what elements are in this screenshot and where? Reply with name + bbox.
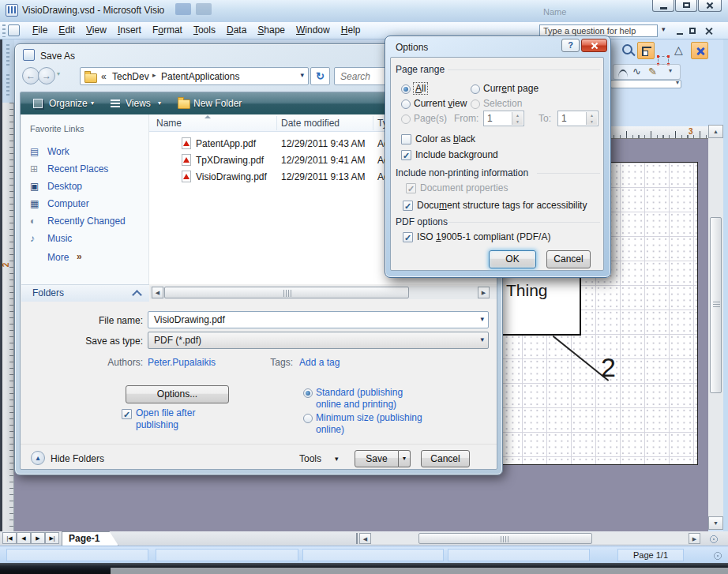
menu-help[interactable]: Help (336, 22, 366, 38)
page-tab[interactable]: Page-1 (62, 531, 118, 546)
iso-compliant-label[interactable]: ISO 19005-1 compliant (PDF/A) (417, 231, 550, 242)
menu-window[interactable]: Window (291, 22, 336, 38)
tools-dropdown-icon[interactable]: ▾ (335, 455, 339, 463)
open-file-after-checkbox[interactable]: ✓ (122, 409, 132, 419)
column-header-name[interactable]: Name (156, 118, 182, 129)
menu-shape[interactable]: Shape (252, 22, 291, 38)
doc-restore-button[interactable] (689, 27, 698, 36)
menu-file[interactable]: File (27, 22, 53, 38)
all-radio-label[interactable]: All (414, 83, 427, 94)
x-tool-button[interactable] (691, 42, 708, 59)
crop-tool-button[interactable] (637, 42, 655, 59)
doc-close-button[interactable] (704, 27, 714, 36)
options-help-button[interactable]: ? (561, 39, 580, 52)
open-file-after-label-line1[interactable]: Open file after (136, 407, 195, 418)
left-toolbar-grip-2[interactable] (6, 74, 9, 96)
page-indicator[interactable]: Page 1/1 (617, 549, 684, 561)
status-resize-grip[interactable] (713, 551, 722, 561)
list-hscroll-right-button[interactable]: ▶ (478, 287, 490, 298)
next-page-button[interactable]: ▶ (31, 532, 45, 544)
organize-dropdown-icon[interactable]: ▾ (91, 99, 94, 107)
views-button[interactable]: Views (126, 98, 151, 109)
sidebar-item-work[interactable]: Work (47, 146, 69, 157)
current-view-radio-label[interactable]: Current view (414, 98, 467, 109)
authors-value[interactable]: Peter.Pupalaikis (148, 357, 216, 368)
current-page-radio[interactable] (471, 84, 480, 94)
sidebar-item-desktop[interactable]: Desktop (47, 181, 82, 192)
standard-radio[interactable] (303, 388, 313, 398)
zoom-tool-icon[interactable] (622, 44, 632, 54)
all-radio[interactable] (401, 84, 411, 94)
document-structure-tags-checkbox[interactable]: ✓ (403, 201, 413, 211)
forward-button[interactable]: → (38, 67, 55, 84)
back-button[interactable]: ← (22, 67, 39, 84)
file-name-dropdown-icon[interactable]: ▾ (480, 315, 484, 323)
standard-label-line2[interactable]: online and printing) (316, 399, 396, 410)
corner-resize-grip[interactable] (709, 535, 719, 544)
save-button[interactable]: Save (355, 450, 399, 467)
current-page-radio-label[interactable]: Current page (483, 83, 538, 94)
breadcrumb-item-techdev[interactable]: TechDev (112, 71, 149, 82)
prev-page-button[interactable]: ◀ (17, 532, 31, 544)
hide-folders-button[interactable]: ▴ (31, 451, 45, 465)
vscroll-down-button[interactable]: ▼ (708, 516, 723, 530)
include-background-label[interactable]: Include background (415, 149, 498, 160)
menubar-grip[interactable] (2, 24, 6, 37)
menu-view[interactable]: View (81, 22, 112, 38)
color-as-black-label[interactable]: Color as black (415, 133, 475, 144)
tags-add-value[interactable]: Add a tag (299, 357, 340, 368)
help-search-dropdown[interactable]: ▾ (662, 25, 666, 33)
include-background-checkbox[interactable]: ✓ (401, 150, 411, 160)
new-folder-button[interactable]: New Folder (193, 98, 242, 109)
tools-menu-button[interactable]: Tools (299, 453, 321, 464)
breadcrumb-item-patentapplications[interactable]: PatentApplications (161, 71, 239, 82)
open-file-after-label-line2[interactable]: publishing (136, 419, 178, 430)
menu-insert[interactable]: Insert (112, 22, 147, 38)
options-cancel-button[interactable]: Cancel (546, 250, 591, 268)
menu-format[interactable]: Format (147, 22, 188, 38)
tab-scroll-divider[interactable] (354, 533, 358, 544)
window-maximize-button[interactable] (675, 0, 697, 12)
organize-button[interactable]: Organize (49, 98, 88, 109)
last-page-button[interactable]: ▶| (45, 532, 59, 544)
options-ok-button[interactable]: OK (489, 250, 536, 268)
color-as-black-checkbox[interactable] (401, 134, 411, 144)
minimum-size-label-line1[interactable]: Minimum size (publishing (316, 412, 422, 423)
list-hscroll-left-button[interactable]: ◀ (152, 287, 163, 298)
views-dropdown-icon[interactable]: ▾ (158, 99, 161, 107)
nav-history-dropdown-icon[interactable]: ▾ (57, 70, 60, 77)
menu-tools[interactable]: Tools (188, 22, 221, 38)
hscroll-right-button[interactable]: ▶ (689, 533, 700, 544)
refresh-button[interactable]: ↻ (310, 67, 330, 85)
standard-label-line1[interactable]: Standard (publishing (316, 387, 403, 398)
sidebar-item-recently-changed[interactable]: Recently Changed (47, 216, 126, 227)
left-toolbar-grip-1[interactable] (6, 44, 9, 66)
minimum-size-label-line2[interactable]: online) (316, 424, 344, 435)
doc-minimize-button[interactable] (676, 28, 685, 36)
save-as-type-select[interactable]: PDF (*.pdf) ▾ (148, 332, 489, 349)
current-view-radio[interactable] (401, 99, 411, 109)
folders-bar[interactable]: Folders (21, 284, 149, 302)
options-button[interactable]: Options... (126, 385, 229, 403)
options-close-button[interactable] (581, 39, 607, 52)
save-dialog-cancel-button[interactable]: Cancel (421, 450, 470, 467)
freeform-tool-icon[interactable]: ∿ (632, 66, 641, 77)
sidebar-item-music[interactable]: Music (47, 233, 72, 244)
breadcrumb-collapse-glyph[interactable]: « (101, 71, 107, 82)
first-page-button[interactable]: |◀ (2, 532, 17, 544)
more-chevrons-icon[interactable]: » (77, 251, 82, 262)
toolbar-overflow-icon[interactable]: ▾ (669, 67, 672, 74)
address-bar[interactable]: « TechDev ▸ PatentApplications ▾ (80, 67, 309, 85)
hide-folders-label[interactable]: Hide Folders (51, 453, 104, 464)
minimum-size-radio[interactable] (303, 414, 313, 423)
window-minimize-button[interactable] (652, 0, 674, 12)
menu-edit[interactable]: Edit (53, 22, 81, 38)
pencil-tool-icon[interactable]: ✎ (648, 66, 657, 77)
hscroll-left-button[interactable]: ◀ (359, 533, 371, 544)
window-close-button[interactable] (698, 0, 722, 12)
hscrollbar-thumb[interactable] (418, 533, 592, 544)
mini-combo[interactable]: ▾ (610, 80, 681, 88)
sidebar-item-computer[interactable]: Computer (47, 198, 89, 209)
vscrollbar-thumb[interactable] (710, 217, 722, 393)
column-header-date-modified[interactable]: Date modified (281, 118, 340, 129)
